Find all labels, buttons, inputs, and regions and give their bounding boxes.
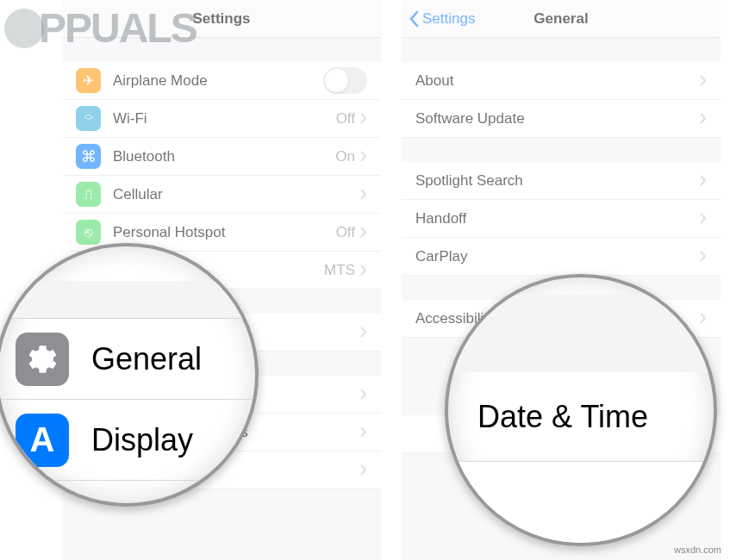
magnifier-right: Date & Time [445, 274, 717, 546]
chevron-right-icon [360, 426, 367, 438]
row-handoff[interactable]: Handoff [402, 200, 721, 238]
lens-label-date-time: Date & Time [477, 399, 648, 435]
row-value: MTS [324, 262, 355, 279]
row-value: Off [336, 110, 355, 128]
bluetooth-icon: ⌘ [76, 144, 101, 169]
lens-label-display: Display [91, 422, 193, 458]
chevron-right-icon [700, 113, 707, 124]
chevron-right-icon [700, 251, 707, 262]
lens-row-display[interactable]: A Display [0, 400, 255, 481]
watermark-logo-icon [4, 9, 44, 48]
chevron-right-icon [360, 464, 367, 476]
row-bluetooth[interactable]: ⌘ Bluetooth On [62, 138, 381, 176]
watermark-text: PPUALS [39, 4, 197, 52]
row-label: Spotlight Search [415, 172, 700, 190]
row-wifi[interactable]: ⌔ Wi-Fi Off [62, 100, 381, 138]
row-label: Handoff [415, 210, 700, 227]
lens-label-general: General [91, 341, 202, 377]
row-label: Bluetooth [113, 148, 335, 165]
row-cellular[interactable]: ⎍ Cellular [62, 176, 381, 214]
airplane-toggle[interactable] [323, 67, 367, 94]
back-label: Settings [422, 10, 475, 28]
chevron-right-icon [360, 389, 367, 400]
navbar-general: Settings General [402, 0, 721, 38]
chevron-right-icon [700, 175, 707, 186]
row-spotlight-search[interactable]: Spotlight Search [402, 162, 721, 200]
row-value: On [335, 148, 355, 165]
chevron-left-icon [409, 10, 419, 28]
gear-icon [16, 333, 69, 386]
credit-text: wsxdn.com [674, 544, 721, 555]
display-icon: A [16, 414, 69, 467]
chevron-right-icon [360, 327, 367, 338]
row-airplane-mode[interactable]: ✈ Airplane Mode [62, 62, 381, 100]
magnifier-left: General A Display [0, 243, 259, 507]
row-software-update[interactable]: Software Update [402, 100, 721, 138]
row-label: About [415, 72, 700, 90]
hotspot-icon: ⎋ [76, 220, 101, 245]
page-title: Settings [192, 10, 250, 28]
lens-row-general[interactable]: General [0, 319, 255, 400]
chevron-right-icon [360, 189, 367, 200]
row-label: Software Update [415, 110, 700, 128]
page-title: General [533, 10, 588, 28]
appuals-watermark: PPUALS [4, 4, 197, 52]
back-button[interactable]: Settings [409, 0, 475, 38]
cellular-icon: ⎍ [76, 182, 101, 207]
row-label: CarPlay [415, 248, 700, 265]
chevron-right-icon [700, 75, 707, 86]
row-label: Personal Hotspot [113, 224, 336, 241]
airplane-icon: ✈ [76, 68, 101, 93]
row-label: Wi-Fi [113, 110, 336, 128]
row-carplay[interactable]: CarPlay [402, 238, 721, 276]
chevron-right-icon [700, 213, 707, 224]
row-about[interactable]: About [402, 62, 721, 100]
chevron-right-icon [360, 151, 367, 162]
lens-row-date-time[interactable]: Date & Time [448, 372, 714, 462]
row-label: Airplane Mode [113, 72, 323, 90]
chevron-right-icon [360, 264, 367, 276]
wifi-icon: ⌔ [76, 106, 101, 131]
row-value: Off [336, 224, 355, 241]
chevron-right-icon [360, 113, 367, 124]
chevron-right-icon [360, 227, 367, 238]
row-label: Cellular [113, 186, 360, 203]
chevron-right-icon [700, 313, 707, 324]
